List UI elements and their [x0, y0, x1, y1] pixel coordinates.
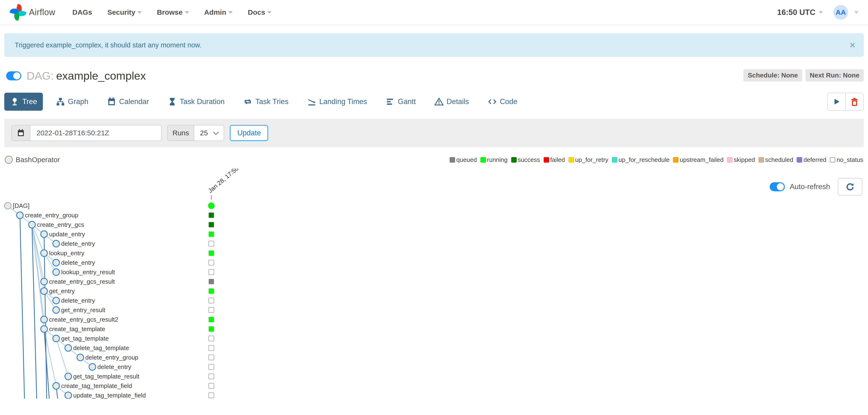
update-button[interactable]: Update [230, 125, 268, 141]
avatar[interactable]: AA [833, 5, 848, 20]
tree-node-delete_entry[interactable] [89, 363, 96, 370]
tree-node-label[interactable]: update_entry [49, 231, 85, 238]
tab-calendar[interactable]: Calendar [101, 93, 155, 111]
task-status-square-no_status[interactable] [209, 241, 214, 246]
tree-node-create_tag_template_field[interactable] [53, 383, 59, 389]
refresh-button[interactable] [838, 178, 862, 196]
task-status-square-no_status[interactable] [209, 336, 214, 341]
num-runs-select[interactable]: 25 [194, 125, 224, 141]
tree-node-label[interactable]: get_entry [49, 288, 74, 295]
task-status-square-no_status[interactable] [209, 374, 214, 379]
tab-tree[interactable]: Tree [4, 93, 43, 111]
task-status-square-success[interactable] [209, 222, 214, 227]
task-status-square-no_status[interactable] [209, 345, 214, 351]
status-legend-item-success[interactable]: success [511, 156, 540, 164]
tree-node-label[interactable]: delete_entry [61, 259, 95, 266]
tree-node-label[interactable]: [DAG] [13, 202, 30, 209]
tree-node-lookup_entry_result[interactable] [53, 269, 59, 275]
tree-node-label[interactable]: create_entry_gcs_result2 [49, 316, 118, 323]
tree-node-label[interactable]: get_tag_template [61, 335, 109, 342]
task-status-square-no_status[interactable] [209, 298, 214, 303]
task-status-square-no_status[interactable] [209, 355, 214, 360]
task-status-square-success[interactable] [209, 213, 214, 218]
tree-node-delete_entry[interactable] [53, 297, 59, 304]
tree-node-create_entry_gcs_result2[interactable] [41, 316, 48, 323]
tab-graph[interactable]: Graph [50, 93, 94, 111]
tree-node-label[interactable]: lookup_entry_result [61, 269, 115, 276]
task-status-square-running[interactable] [209, 289, 214, 294]
task-status-square-running[interactable] [209, 250, 214, 256]
status-legend-item-up_for_reschedule[interactable]: up_for_reschedule [612, 156, 670, 164]
nav-item-docs[interactable]: Docs [248, 8, 272, 17]
tree-node-delete_entry[interactable] [53, 240, 59, 247]
airflow-brand[interactable]: Airflow [10, 5, 56, 20]
tab-task-tries[interactable]: Task Tries [237, 93, 294, 111]
tree-node-label[interactable]: create_tag_template [49, 325, 105, 332]
status-legend-item-deferred[interactable]: deferred [797, 156, 826, 164]
status-legend-item-up_for_retry[interactable]: up_for_retry [568, 156, 608, 164]
trigger-dag-button[interactable] [828, 93, 845, 110]
status-legend-item-queued[interactable]: queued [450, 156, 477, 164]
base-date-input[interactable] [30, 125, 161, 141]
status-legend-item-skipped[interactable]: skipped [727, 156, 755, 164]
tree-node-get_entry[interactable] [41, 288, 48, 294]
tree-node-label[interactable]: delete_entry_group [85, 354, 138, 361]
task-status-square-no_status[interactable] [209, 364, 214, 369]
tree-node-update_entry[interactable] [41, 231, 48, 237]
tree-node-label[interactable]: create_entry_gcs_result [49, 278, 115, 285]
tree-node-create_entry_gcs[interactable] [29, 221, 35, 228]
tree-node-label[interactable]: delete_entry [61, 297, 95, 304]
tree-node-get_tag_template[interactable] [53, 335, 59, 342]
task-status-square-no_status[interactable] [209, 307, 214, 313]
tree-node-label[interactable]: get_entry_result [61, 306, 105, 314]
nav-item-admin[interactable]: Admin [204, 8, 232, 17]
dag-pause-toggle[interactable] [6, 71, 21, 80]
tab-task-duration[interactable]: Task Duration [162, 93, 230, 111]
dag-run-status-circle[interactable] [208, 203, 215, 209]
auto-refresh-toggle[interactable] [770, 182, 785, 191]
tree-node-get_tag_template_result[interactable] [65, 373, 71, 380]
clock-dropdown[interactable]: 16:50 UTC [777, 8, 823, 17]
tree-node-delete_tag_template[interactable] [65, 345, 71, 351]
tree-node-label[interactable]: delete_entry [97, 363, 131, 370]
tree-node-label[interactable]: delete_tag_template [73, 344, 129, 352]
tree-node-label[interactable]: create_tag_template_field [61, 382, 132, 389]
task-status-square-queued[interactable] [209, 279, 214, 284]
tree-node-delete_entry_group[interactable] [77, 354, 84, 361]
nav-item-browse[interactable]: Browse [157, 8, 189, 17]
status-legend-item-scheduled[interactable]: scheduled [758, 156, 794, 164]
task-status-square-running[interactable] [209, 317, 214, 322]
close-icon[interactable]: × [850, 40, 855, 50]
task-status-square-no_status[interactable] [209, 393, 214, 398]
avatar-chevron-down-icon[interactable] [854, 11, 859, 14]
delete-dag-button[interactable] [845, 93, 863, 110]
task-status-square-no_status[interactable] [209, 383, 214, 388]
tab-gantt[interactable]: Gantt [380, 93, 422, 111]
task-status-square-no_status[interactable] [209, 260, 214, 265]
tree-node-get_entry_result[interactable] [53, 307, 59, 313]
tree-node-create_entry_group[interactable] [17, 212, 23, 218]
nav-item-dags[interactable]: DAGs [72, 8, 92, 17]
task-status-square-running[interactable] [209, 232, 214, 237]
status-legend-item-running[interactable]: running [480, 156, 508, 164]
task-status-square-no_status[interactable] [209, 269, 214, 275]
tree-node-lookup_entry[interactable] [41, 250, 48, 257]
nav-item-security[interactable]: Security [107, 8, 142, 17]
tree-node-label[interactable]: lookup_entry [49, 249, 84, 257]
status-legend-item-failed[interactable]: failed [544, 156, 565, 164]
tree-node-label[interactable]: get_tag_template_result [73, 373, 140, 380]
task-status-square-running[interactable] [209, 326, 214, 332]
tab-landing-times[interactable]: Landing Times [301, 93, 373, 111]
tab-code[interactable]: Code [482, 93, 523, 111]
tree-node-create_entry_gcs_result[interactable] [41, 278, 48, 285]
tree-node-label[interactable]: create_entry_gcs [37, 221, 84, 228]
tree-node-delete_entry[interactable] [53, 259, 59, 266]
tree-node-update_tag_template_field[interactable] [65, 392, 71, 398]
tree-node-create_tag_template[interactable] [41, 326, 48, 332]
tree-node-DAG[interactable] [4, 202, 11, 209]
tree-node-label[interactable]: create_entry_group [25, 212, 78, 219]
tree-node-label[interactable]: update_tag_template_field [73, 392, 146, 398]
status-legend-item-no_status[interactable]: no_status [830, 156, 863, 164]
tab-details[interactable]: Details [429, 93, 475, 111]
status-legend-item-upstream_failed[interactable]: upstream_failed [673, 156, 723, 164]
